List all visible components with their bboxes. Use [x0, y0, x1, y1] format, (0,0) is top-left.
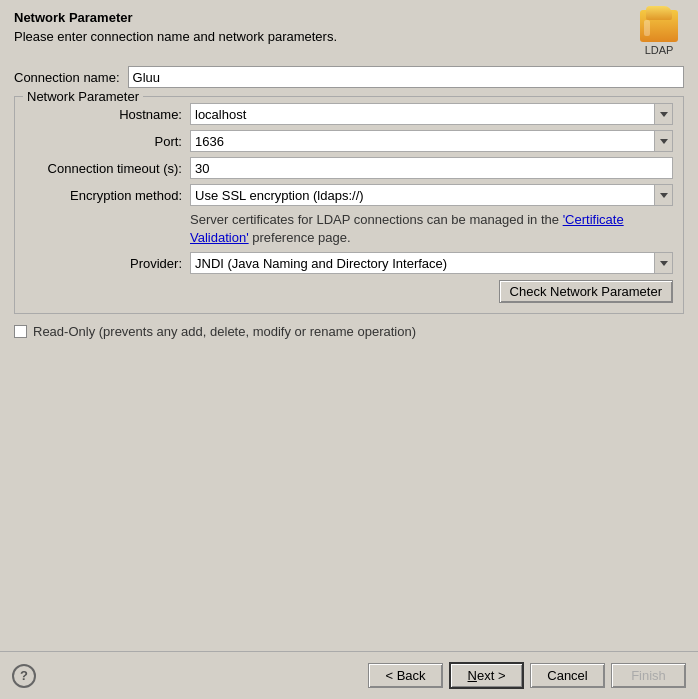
cylinder-highlight [644, 20, 650, 36]
back-button[interactable]: < Back [368, 663, 443, 688]
next-button[interactable]: Next > [449, 662, 524, 689]
timeout-label: Connection timeout (s): [25, 161, 190, 176]
port-dropdown[interactable]: 1636 [190, 130, 673, 152]
hostname-row: Hostname: localhost [25, 103, 673, 125]
timeout-input[interactable] [190, 157, 673, 179]
encryption-value: Use SSL encryption (ldaps://) [191, 188, 654, 203]
header-text: Network Parameter Please enter connectio… [14, 10, 337, 44]
timeout-row: Connection timeout (s): [25, 157, 673, 179]
header-section: Network Parameter Please enter connectio… [14, 10, 684, 56]
hostname-label: Hostname: [25, 107, 190, 122]
provider-arrow-icon [660, 261, 668, 266]
encryption-arrow-icon [660, 193, 668, 198]
check-network-button[interactable]: Check Network Parameter [499, 280, 673, 303]
ldap-cylinder-icon [640, 6, 678, 42]
desc-part2: parameters. [264, 29, 337, 44]
port-control: 1636 [190, 130, 673, 152]
cylinder-top [646, 6, 672, 20]
hostname-value: localhost [191, 107, 654, 122]
readonly-label: Read-Only (prevents any add, delete, mod… [33, 324, 416, 339]
network-link[interactable]: network [219, 29, 265, 44]
ldap-label: LDAP [645, 44, 674, 56]
port-dropdown-btn[interactable] [654, 131, 672, 151]
port-value: 1636 [191, 134, 654, 149]
timeout-control [190, 157, 673, 179]
encryption-label: Encryption method: [25, 188, 190, 203]
dialog: Network Parameter Please enter connectio… [0, 0, 698, 699]
cert-info-row: Server certificates for LDAP connections… [25, 211, 673, 247]
check-btn-row: Check Network Parameter [25, 280, 673, 303]
provider-value: JNDI (Java Naming and Directory Interfac… [191, 256, 654, 271]
provider-label: Provider: [25, 256, 190, 271]
connection-name-input[interactable] [128, 66, 684, 88]
connection-name-row: Connection name: [14, 66, 684, 88]
hostname-arrow-icon [660, 112, 668, 117]
encryption-control: Use SSL encryption (ldaps://) [190, 184, 673, 206]
help-button[interactable]: ? [12, 664, 36, 688]
network-param-group: Network Parameter Hostname: localhost Po… [14, 96, 684, 314]
port-arrow-icon [660, 139, 668, 144]
header-description: Please enter connection name and network… [14, 29, 337, 44]
cert-info-part1: Server certificates for LDAP connections… [190, 212, 563, 227]
ldap-icon-container: LDAP [634, 6, 684, 56]
port-label: Port: [25, 134, 190, 149]
cert-info-text: Server certificates for LDAP connections… [190, 211, 673, 247]
port-row: Port: 1636 [25, 130, 673, 152]
encryption-row: Encryption method: Use SSL encryption (l… [25, 184, 673, 206]
cert-info-part2: preference page. [249, 230, 351, 245]
provider-dropdown-btn[interactable] [654, 253, 672, 273]
readonly-checkbox[interactable] [14, 325, 27, 338]
hostname-dropdown-btn[interactable] [654, 104, 672, 124]
dialog-title: Network Parameter [14, 10, 337, 25]
readonly-checkbox-wrapper[interactable]: Read-Only (prevents any add, delete, mod… [14, 324, 416, 339]
desc-part1: Please enter connection name and [14, 29, 219, 44]
encryption-dropdown[interactable]: Use SSL encryption (ldaps://) [190, 184, 673, 206]
hostname-dropdown[interactable]: localhost [190, 103, 673, 125]
hostname-control: localhost [190, 103, 673, 125]
encryption-dropdown-btn[interactable] [654, 185, 672, 205]
cancel-button[interactable]: Cancel [530, 663, 605, 688]
provider-row: Provider: JNDI (Java Naming and Director… [25, 252, 673, 274]
dialog-footer: ? < Back Next > Cancel Finish [0, 651, 698, 699]
provider-dropdown[interactable]: JNDI (Java Naming and Directory Interfac… [190, 252, 673, 274]
connection-name-label: Connection name: [14, 70, 120, 85]
finish-button: Finish [611, 663, 686, 688]
readonly-row: Read-Only (prevents any add, delete, mod… [14, 324, 684, 339]
next-label: Next > [468, 668, 506, 683]
dialog-content: Network Parameter Please enter connectio… [0, 0, 698, 651]
group-legend: Network Parameter [23, 89, 143, 104]
provider-control: JNDI (Java Naming and Directory Interfac… [190, 252, 673, 274]
